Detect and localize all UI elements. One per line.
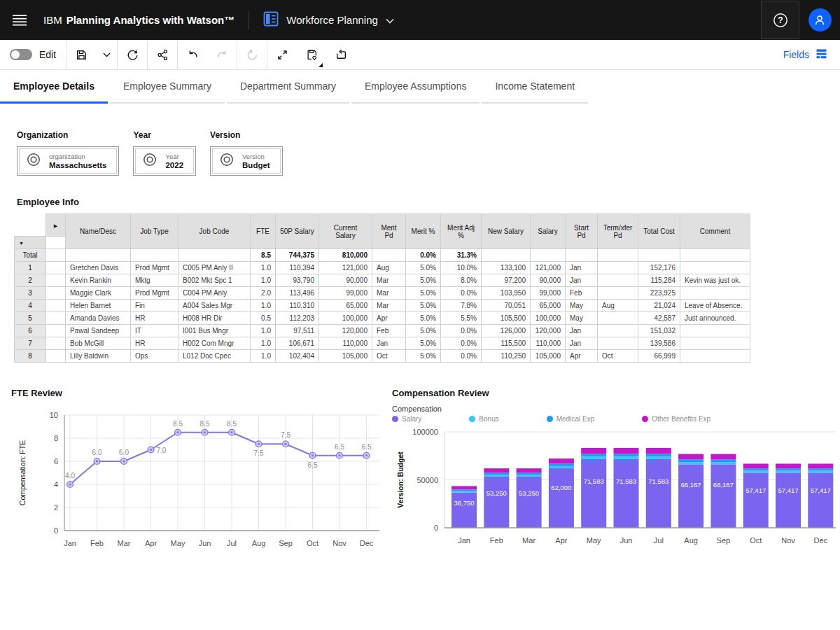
cell[interactable]: 110,000 <box>531 337 566 350</box>
cell[interactable]: Lilly Baldwin <box>66 350 131 363</box>
cell[interactable]: 90,000 <box>531 274 566 287</box>
cell[interactable]: 8.0% <box>441 274 482 287</box>
cell[interactable] <box>680 287 750 300</box>
cell[interactable]: A004 Sales Mgr <box>178 300 251 312</box>
cell[interactable] <box>131 249 178 262</box>
cell[interactable]: 99,000 <box>531 287 566 300</box>
cell[interactable]: I001 Bus Mngr <box>178 325 251 337</box>
cell[interactable]: Just announced. <box>680 312 750 325</box>
cell[interactable]: Feb <box>566 287 598 300</box>
column-header-name-desc[interactable]: Name/Desc <box>66 214 131 249</box>
cell[interactable]: 103,950 <box>482 287 531 300</box>
cell[interactable]: C004 PM Anly <box>178 287 251 300</box>
cell[interactable]: Gretchen Davis <box>66 262 131 274</box>
cell[interactable]: 5.0% <box>406 274 441 287</box>
cell[interactable]: 10.0% <box>441 262 482 274</box>
cell[interactable]: 223,925 <box>638 287 680 300</box>
expand-column-header[interactable]: ▶ <box>46 214 66 237</box>
cell[interactable]: Jan <box>566 274 598 287</box>
cell[interactable] <box>598 325 638 337</box>
cell[interactable]: Mktg <box>131 274 178 287</box>
row-number-cell[interactable]: 5 <box>15 312 46 325</box>
cell[interactable]: H008 HR Dir <box>178 312 251 325</box>
cell[interactable]: 151,032 <box>638 325 680 337</box>
cell[interactable]: 105,000 <box>531 350 566 363</box>
cell[interactable] <box>598 337 638 350</box>
avatar[interactable] <box>799 0 840 40</box>
column-header-job-type[interactable]: Job Type <box>131 214 178 249</box>
cell[interactable]: 97,200 <box>482 274 531 287</box>
cell[interactable]: Oct <box>598 350 638 363</box>
cell[interactable]: 65,000 <box>319 300 372 312</box>
row-number-cell[interactable]: 4 <box>15 300 46 312</box>
column-header-comment[interactable]: Comment <box>680 214 750 249</box>
tab-income-statement[interactable]: Income Statement <box>482 70 588 104</box>
tab-employee-details[interactable]: Employee Details <box>0 70 108 104</box>
cell[interactable]: 110,394 <box>276 262 319 274</box>
cell[interactable]: IT <box>131 325 178 337</box>
cell[interactable]: 106,671 <box>276 337 319 350</box>
cell[interactable] <box>680 337 750 350</box>
cell[interactable]: 126,000 <box>482 325 531 337</box>
column-header-job-code[interactable]: Job Code <box>178 214 251 249</box>
cell[interactable] <box>598 249 638 262</box>
save-options-chevron-icon[interactable] <box>96 40 117 69</box>
cell[interactable] <box>531 249 566 262</box>
cell[interactable]: 115,284 <box>638 274 680 287</box>
cell[interactable]: Prod Mgmt <box>131 262 178 274</box>
cell[interactable]: 133,100 <box>482 262 531 274</box>
legend-item-bonus[interactable]: Bonus <box>469 415 498 423</box>
column-header-current-salary[interactable]: Current Salary <box>319 214 372 249</box>
cell[interactable]: 100,000 <box>531 312 566 325</box>
cell[interactable]: 110,250 <box>482 350 531 363</box>
column-header-total-cost[interactable]: Total Cost <box>638 214 680 249</box>
legend-item-other-benefits-exp[interactable]: Other Benefits Exp <box>642 415 710 423</box>
revert-snapshot-icon[interactable] <box>326 40 356 69</box>
cell[interactable]: 110,000 <box>319 337 372 350</box>
cell[interactable]: 5.5% <box>441 312 482 325</box>
filter-selector-year[interactable]: Year2022 <box>133 146 196 176</box>
cell[interactable] <box>598 262 638 274</box>
cell[interactable] <box>680 262 750 274</box>
cell[interactable]: L012 Doc Cpec <box>178 350 251 363</box>
cell[interactable]: 1.0 <box>251 274 276 287</box>
cell[interactable] <box>598 312 638 325</box>
cell[interactable]: 42,587 <box>638 312 680 325</box>
row-number-cell[interactable]: 6 <box>15 325 46 337</box>
column-header-start-pd[interactable]: Start Pd <box>566 214 598 249</box>
cell[interactable]: Kevin Rankin <box>66 274 131 287</box>
cell[interactable]: Mar <box>372 274 406 287</box>
cell[interactable]: 21,024 <box>638 300 680 312</box>
row-header-collapse-cell[interactable]: ▼ <box>15 237 46 249</box>
cell[interactable]: 113,496 <box>276 287 319 300</box>
cell[interactable]: H002 Com Mngr <box>178 337 251 350</box>
row-number-cell[interactable]: 8 <box>15 350 46 363</box>
cell[interactable]: Apr <box>566 350 598 363</box>
column-header-merit-[interactable]: Merit % <box>406 214 441 249</box>
filter-selector-version[interactable]: VersionBudget <box>210 146 283 176</box>
cell[interactable]: 121,000 <box>319 262 372 274</box>
cell[interactable]: 0.0% <box>441 350 482 363</box>
cell[interactable] <box>680 350 750 363</box>
cell[interactable]: 5.0% <box>406 300 441 312</box>
cell[interactable] <box>178 249 251 262</box>
cell[interactable]: 112,203 <box>276 312 319 325</box>
legend-item-medical-exp[interactable]: Medical Exp <box>547 415 594 423</box>
column-header-salary[interactable]: Salary <box>531 214 566 249</box>
cell[interactable] <box>598 287 638 300</box>
row-number-cell[interactable]: 7 <box>15 337 46 350</box>
cell[interactable]: 8.5 <box>251 249 276 262</box>
edit-toggle-track[interactable] <box>10 49 32 60</box>
cell[interactable] <box>482 249 531 262</box>
column-header-merit-adj-[interactable]: Merit Adj % <box>441 214 482 249</box>
cell[interactable]: 5.0% <box>406 350 441 363</box>
cell[interactable]: Helen Barnet <box>66 300 131 312</box>
cell[interactable]: 115,500 <box>482 337 531 350</box>
cell[interactable]: Fin <box>131 300 178 312</box>
cell[interactable]: 99,000 <box>319 287 372 300</box>
cell[interactable] <box>372 249 406 262</box>
cell[interactable]: 5.0% <box>406 262 441 274</box>
compensation-bar-chart[interactable]: 050000100000Version: Budget36,750Jan53,2… <box>392 423 840 561</box>
cell[interactable]: 0.0% <box>441 337 482 350</box>
cell[interactable]: Prod Mgmt <box>131 287 178 300</box>
